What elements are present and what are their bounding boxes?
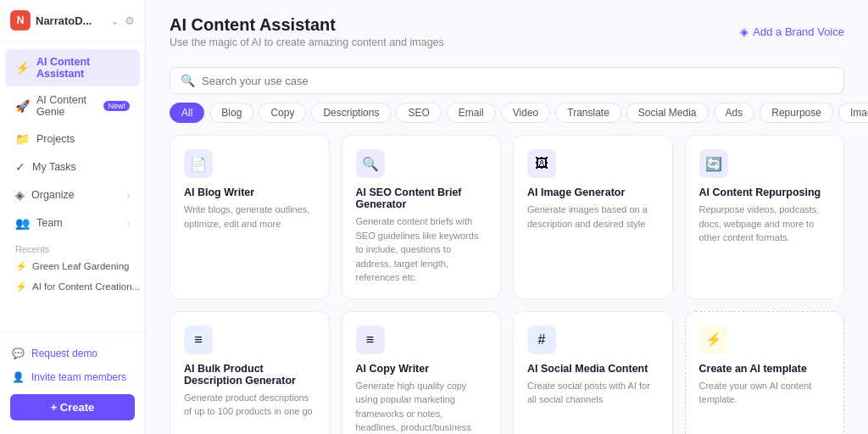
cards-grid: 📄AI Blog WriterWrite blogs, generate out…	[170, 135, 844, 434]
app-name: NarratoD...	[36, 14, 92, 27]
sidebar-item-label: AI Content Assistant	[36, 56, 130, 80]
card-ai-blog-writer[interactable]: 📄AI Blog WriterWrite blogs, generate out…	[170, 135, 330, 299]
cards-area: 📄AI Blog WriterWrite blogs, generate out…	[146, 131, 868, 434]
card-description: Generate high quality copy using popular…	[356, 379, 487, 435]
title-block: AI Content Assistant Use the magic of AI…	[170, 15, 444, 48]
sidebar-item-label: Organize	[31, 189, 75, 201]
card-title: AI Bulk Product Description Generator	[184, 363, 315, 387]
card-title: AI Content Repurposing	[699, 186, 831, 198]
filter-tab-email[interactable]: Email	[447, 103, 496, 123]
page-header: AI Content Assistant Use the magic of AI…	[146, 0, 868, 58]
page-title: AI Content Assistant	[170, 15, 444, 35]
checkmark-icon: ✓	[15, 160, 25, 174]
sidebar-item-organize[interactable]: ◈ Organize ›	[5, 181, 140, 209]
card-description: Generate product descriptions of up to 1…	[184, 391, 315, 419]
card-icon: ≡	[356, 326, 385, 354]
card-icon: 🔍	[356, 149, 385, 178]
settings-icon[interactable]: ⚙	[125, 14, 135, 27]
recent-icon: ⚡	[15, 260, 27, 272]
filter-tabs: AllBlogCopyDescriptionsSEOEmailVideoTran…	[146, 103, 868, 131]
person-icon: 👤	[12, 371, 25, 383]
request-demo-button[interactable]: 💬 Request demo	[0, 342, 145, 365]
invite-team-button[interactable]: 👤 Invite team members	[0, 365, 145, 389]
card-description: Create social posts with AI for all soci…	[527, 379, 659, 407]
create-button[interactable]: + Create	[10, 394, 135, 420]
lightning-icon: ⚡	[15, 61, 30, 75]
recent-icon: ⚡	[15, 281, 27, 292]
folder-icon: 📁	[15, 132, 30, 146]
filter-tab-blog[interactable]: Blog	[209, 103, 253, 123]
filter-tab-all[interactable]: All	[170, 103, 204, 123]
card-icon: ≡	[184, 326, 213, 354]
card-description: Repurpose videos, podcasts, docs, webpag…	[699, 203, 831, 245]
chevron-right-icon: ›	[127, 219, 130, 228]
card-icon: 📄	[184, 149, 213, 178]
page-subtitle: Use the magic of AI to create amazing co…	[170, 36, 444, 48]
card-title: Create an AI template	[699, 363, 831, 375]
card-ai-social-media[interactable]: #AI Social Media ContentCreate social po…	[513, 311, 673, 435]
filter-tab-copy[interactable]: Copy	[259, 103, 306, 123]
card-create-ai-template[interactable]: ⚡Create an AI templateCreate your own AI…	[685, 311, 845, 435]
sidebar-item-team[interactable]: 👥 Team ›	[5, 209, 140, 236]
filter-tab-social-media[interactable]: Social Media	[626, 103, 709, 123]
chevron-down-icon[interactable]: ⌄	[110, 14, 120, 27]
recent-item-green-leaf[interactable]: ⚡ Green Leaf Gardening	[0, 256, 145, 276]
card-ai-content-repurposing[interactable]: 🔄AI Content RepurposingRepurpose videos,…	[685, 135, 845, 299]
rocket-icon: 🚀	[15, 99, 30, 113]
sidebar-item-ai-content-assistant[interactable]: ⚡ AI Content Assistant	[5, 49, 140, 86]
organize-icon: ◈	[15, 188, 25, 202]
sidebar-item-label: My Tasks	[32, 161, 76, 173]
filter-tab-repurpose[interactable]: Repurpose	[760, 103, 833, 123]
footer-label: Request demo	[31, 348, 97, 359]
card-ai-copy-writer[interactable]: ≡AI Copy WriterGenerate high quality cop…	[342, 311, 502, 435]
card-icon: ⚡	[699, 326, 728, 354]
card-ai-seo-content-brief[interactable]: 🔍AI SEO Content Brief GeneratorGenerate …	[342, 135, 502, 299]
sidebar-item-projects[interactable]: 📁 Projects	[5, 125, 140, 153]
sidebar-footer: 💬 Request demo 👤 Invite team members + C…	[0, 332, 145, 434]
card-icon: 🖼	[527, 149, 556, 178]
brand-voice-icon: ◈	[740, 25, 748, 38]
card-title: AI SEO Content Brief Generator	[356, 186, 487, 210]
card-title: AI Copy Writer	[356, 363, 487, 375]
recent-label: Green Leaf Gardening	[32, 261, 129, 271]
search-input[interactable]	[202, 75, 833, 87]
sidebar-item-label: Team	[36, 217, 63, 229]
sidebar-nav: ⚡ AI Content Assistant 🚀 AI Content Geni…	[0, 42, 145, 332]
add-brand-voice-button[interactable]: ◈ Add a Brand Voice	[740, 25, 844, 38]
sidebar-logo: N NarratoD...	[10, 10, 92, 31]
recent-item-ai-content[interactable]: ⚡ AI for Content Creation...	[0, 276, 145, 297]
brand-voice-label: Add a Brand Voice	[753, 25, 844, 38]
card-ai-bulk-product[interactable]: ≡AI Bulk Product Description GeneratorGe…	[170, 311, 330, 435]
card-title: AI Image Generator	[527, 186, 659, 198]
filter-tab-descriptions[interactable]: Descriptions	[311, 103, 391, 123]
sidebar-header: N NarratoD... ⌄ ⚙	[0, 0, 145, 42]
card-title: AI Social Media Content	[527, 363, 659, 375]
card-icon: #	[527, 326, 556, 354]
footer-label: Invite team members	[31, 371, 126, 383]
filter-tab-translate[interactable]: Translate	[555, 103, 621, 123]
sidebar-item-label: Projects	[36, 133, 75, 145]
sidebar-item-label: AI Content Genie	[36, 94, 93, 118]
card-title: AI Blog Writer	[184, 186, 315, 198]
card-description: Create your own AI content template.	[699, 379, 831, 407]
recents-label: Recents	[0, 237, 145, 256]
card-description: Write blogs, generate outlines, optimize…	[184, 203, 315, 231]
team-icon: 👥	[15, 216, 30, 230]
sidebar-item-my-tasks[interactable]: ✓ My Tasks	[5, 153, 140, 181]
filter-tab-images[interactable]: Images	[838, 103, 868, 123]
title-row: AI Content Assistant Use the magic of AI…	[170, 15, 844, 48]
logo-icon: N	[10, 10, 31, 31]
sidebar-item-ai-content-genie[interactable]: 🚀 AI Content Genie New!	[5, 87, 140, 125]
sidebar-header-icons: ⌄ ⚙	[110, 14, 135, 27]
card-description: Generate content briefs with SEO guideli…	[356, 214, 487, 285]
main-content: AI Content Assistant Use the magic of AI…	[146, 0, 868, 434]
filter-tab-video[interactable]: Video	[501, 103, 550, 123]
recent-label: AI for Content Creation...	[32, 281, 140, 292]
card-ai-image-generator[interactable]: 🖼AI Image GeneratorGenerate images based…	[513, 135, 673, 299]
filter-tab-ads[interactable]: Ads	[714, 103, 755, 123]
search-bar: 🔍	[170, 67, 844, 94]
chevron-right-icon: ›	[127, 191, 130, 200]
filter-tab-seo[interactable]: SEO	[396, 103, 441, 123]
sidebar: N NarratoD... ⌄ ⚙ ⚡ AI Content Assistant…	[0, 0, 146, 434]
new-badge: New!	[103, 101, 130, 111]
